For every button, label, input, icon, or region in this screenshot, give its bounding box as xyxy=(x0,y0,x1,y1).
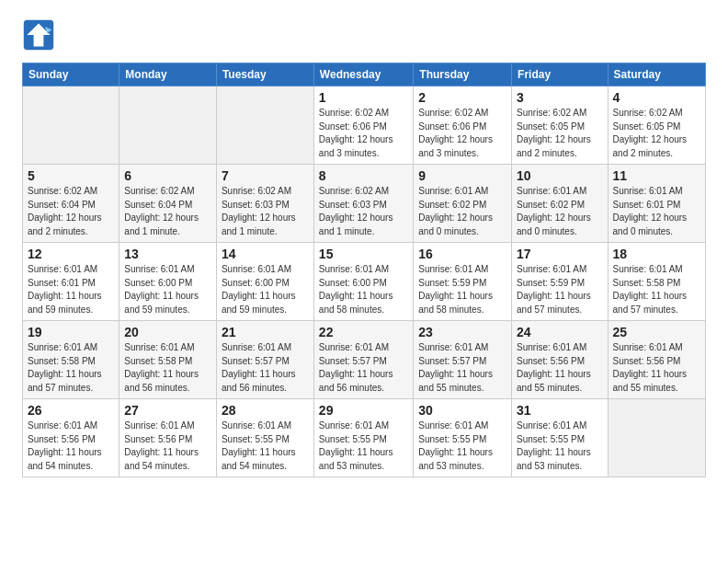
day-number: 21 xyxy=(222,325,309,339)
day-number: 7 xyxy=(222,168,309,183)
calendar-cell: 1Sunrise: 6:02 AM Sunset: 6:06 PM Daylig… xyxy=(313,86,413,165)
calendar-cell: 10Sunrise: 6:01 AM Sunset: 6:02 PM Dayli… xyxy=(512,165,608,243)
calendar-cell: 18Sunrise: 6:01 AM Sunset: 5:58 PM Dayli… xyxy=(608,243,705,321)
day-info: Sunrise: 6:01 AM Sunset: 5:59 PM Dayligh… xyxy=(517,263,602,316)
day-number: 14 xyxy=(222,247,309,261)
calendar: SundayMondayTuesdayWednesdayThursdayFrid… xyxy=(22,63,706,477)
calendar-cell: 8Sunrise: 6:02 AM Sunset: 6:03 PM Daylig… xyxy=(313,165,413,243)
day-number: 13 xyxy=(124,247,211,261)
calendar-week-4: 19Sunrise: 6:01 AM Sunset: 5:58 PM Dayli… xyxy=(23,321,706,399)
day-info: Sunrise: 6:01 AM Sunset: 6:02 PM Dayligh… xyxy=(418,185,506,238)
day-info: Sunrise: 6:02 AM Sunset: 6:06 PM Dayligh… xyxy=(319,107,408,160)
day-number: 4 xyxy=(613,90,700,105)
day-number: 25 xyxy=(613,325,700,339)
calendar-cell: 11Sunrise: 6:01 AM Sunset: 6:01 PM Dayli… xyxy=(608,165,705,243)
day-number: 6 xyxy=(124,168,211,183)
calendar-cell xyxy=(216,86,313,165)
day-info: Sunrise: 6:01 AM Sunset: 6:00 PM Dayligh… xyxy=(124,263,211,316)
calendar-cell: 28Sunrise: 6:01 AM Sunset: 5:55 PM Dayli… xyxy=(216,399,313,477)
day-header-sunday: Sunday xyxy=(23,63,119,86)
page: SundayMondayTuesdayWednesdayThursdayFrid… xyxy=(0,0,728,496)
day-info: Sunrise: 6:02 AM Sunset: 6:04 PM Dayligh… xyxy=(28,185,114,238)
calendar-cell: 9Sunrise: 6:01 AM Sunset: 6:02 PM Daylig… xyxy=(414,165,512,243)
day-header-thursday: Thursday xyxy=(414,63,512,86)
day-info: Sunrise: 6:01 AM Sunset: 5:55 PM Dayligh… xyxy=(319,419,408,473)
day-info: Sunrise: 6:01 AM Sunset: 5:55 PM Dayligh… xyxy=(517,419,602,473)
logo xyxy=(22,18,61,52)
calendar-cell: 5Sunrise: 6:02 AM Sunset: 6:04 PM Daylig… xyxy=(23,165,119,243)
day-number: 8 xyxy=(319,168,408,183)
day-number: 18 xyxy=(613,247,700,261)
day-number: 31 xyxy=(517,403,602,418)
calendar-cell: 21Sunrise: 6:01 AM Sunset: 5:57 PM Dayli… xyxy=(216,321,313,399)
calendar-cell: 24Sunrise: 6:01 AM Sunset: 5:56 PM Dayli… xyxy=(512,321,608,399)
day-number: 5 xyxy=(28,168,114,183)
calendar-header-row: SundayMondayTuesdayWednesdayThursdayFrid… xyxy=(23,63,706,86)
calendar-cell: 6Sunrise: 6:02 AM Sunset: 6:04 PM Daylig… xyxy=(119,165,217,243)
day-number: 22 xyxy=(319,325,408,339)
day-info: Sunrise: 6:01 AM Sunset: 6:02 PM Dayligh… xyxy=(517,185,602,238)
day-number: 11 xyxy=(613,168,700,183)
calendar-cell: 2Sunrise: 6:02 AM Sunset: 6:06 PM Daylig… xyxy=(414,86,512,165)
day-number: 16 xyxy=(418,247,506,261)
calendar-cell xyxy=(23,86,119,165)
day-info: Sunrise: 6:01 AM Sunset: 6:00 PM Dayligh… xyxy=(222,263,309,316)
day-number: 20 xyxy=(124,325,211,339)
day-header-tuesday: Tuesday xyxy=(216,63,313,86)
day-info: Sunrise: 6:01 AM Sunset: 6:00 PM Dayligh… xyxy=(319,263,408,316)
calendar-cell xyxy=(119,86,217,165)
calendar-cell: 30Sunrise: 6:01 AM Sunset: 5:55 PM Dayli… xyxy=(414,399,512,477)
calendar-week-2: 5Sunrise: 6:02 AM Sunset: 6:04 PM Daylig… xyxy=(23,165,706,243)
calendar-week-3: 12Sunrise: 6:01 AM Sunset: 6:01 PM Dayli… xyxy=(23,243,706,321)
day-info: Sunrise: 6:02 AM Sunset: 6:04 PM Dayligh… xyxy=(124,185,211,238)
day-number: 17 xyxy=(517,247,602,261)
day-info: Sunrise: 6:01 AM Sunset: 5:56 PM Dayligh… xyxy=(28,419,114,473)
day-number: 12 xyxy=(28,247,114,261)
day-number: 29 xyxy=(319,403,408,418)
calendar-cell: 7Sunrise: 6:02 AM Sunset: 6:03 PM Daylig… xyxy=(216,165,313,243)
calendar-cell: 12Sunrise: 6:01 AM Sunset: 6:01 PM Dayli… xyxy=(23,243,119,321)
day-info: Sunrise: 6:01 AM Sunset: 5:57 PM Dayligh… xyxy=(222,341,309,395)
day-info: Sunrise: 6:01 AM Sunset: 6:01 PM Dayligh… xyxy=(28,263,114,316)
day-info: Sunrise: 6:01 AM Sunset: 5:58 PM Dayligh… xyxy=(613,263,700,316)
day-info: Sunrise: 6:02 AM Sunset: 6:05 PM Dayligh… xyxy=(613,107,700,160)
calendar-cell: 25Sunrise: 6:01 AM Sunset: 5:56 PM Dayli… xyxy=(608,321,705,399)
calendar-week-5: 26Sunrise: 6:01 AM Sunset: 5:56 PM Dayli… xyxy=(23,399,706,477)
day-info: Sunrise: 6:01 AM Sunset: 5:58 PM Dayligh… xyxy=(28,341,114,395)
calendar-cell: 29Sunrise: 6:01 AM Sunset: 5:55 PM Dayli… xyxy=(313,399,413,477)
calendar-cell: 14Sunrise: 6:01 AM Sunset: 6:00 PM Dayli… xyxy=(216,243,313,321)
day-number: 28 xyxy=(222,403,309,418)
day-number: 10 xyxy=(517,168,602,183)
day-number: 1 xyxy=(319,90,408,105)
calendar-cell: 17Sunrise: 6:01 AM Sunset: 5:59 PM Dayli… xyxy=(512,243,608,321)
day-info: Sunrise: 6:01 AM Sunset: 5:57 PM Dayligh… xyxy=(319,341,408,395)
day-info: Sunrise: 6:01 AM Sunset: 5:55 PM Dayligh… xyxy=(222,419,309,473)
day-header-monday: Monday xyxy=(119,63,217,86)
day-info: Sunrise: 6:02 AM Sunset: 6:03 PM Dayligh… xyxy=(222,185,309,238)
day-header-friday: Friday xyxy=(512,63,608,86)
day-info: Sunrise: 6:01 AM Sunset: 5:58 PM Dayligh… xyxy=(124,341,211,395)
day-number: 2 xyxy=(418,90,506,105)
calendar-cell: 26Sunrise: 6:01 AM Sunset: 5:56 PM Dayli… xyxy=(23,399,119,477)
day-info: Sunrise: 6:01 AM Sunset: 5:56 PM Dayligh… xyxy=(124,419,211,473)
day-info: Sunrise: 6:01 AM Sunset: 5:57 PM Dayligh… xyxy=(418,341,506,395)
logo-icon xyxy=(22,18,55,52)
day-number: 27 xyxy=(124,403,211,418)
calendar-cell: 4Sunrise: 6:02 AM Sunset: 6:05 PM Daylig… xyxy=(608,86,705,165)
day-number: 15 xyxy=(319,247,408,261)
calendar-week-1: 1Sunrise: 6:02 AM Sunset: 6:06 PM Daylig… xyxy=(23,86,706,165)
day-header-saturday: Saturday xyxy=(608,63,705,86)
day-number: 3 xyxy=(517,90,602,105)
day-info: Sunrise: 6:02 AM Sunset: 6:06 PM Dayligh… xyxy=(418,107,506,160)
day-info: Sunrise: 6:01 AM Sunset: 5:59 PM Dayligh… xyxy=(418,263,506,316)
day-number: 26 xyxy=(28,403,114,418)
day-number: 9 xyxy=(418,168,506,183)
calendar-cell: 3Sunrise: 6:02 AM Sunset: 6:05 PM Daylig… xyxy=(512,86,608,165)
calendar-cell: 27Sunrise: 6:01 AM Sunset: 5:56 PM Dayli… xyxy=(119,399,217,477)
day-number: 23 xyxy=(418,325,506,339)
day-info: Sunrise: 6:02 AM Sunset: 6:05 PM Dayligh… xyxy=(517,107,602,160)
calendar-cell: 23Sunrise: 6:01 AM Sunset: 5:57 PM Dayli… xyxy=(414,321,512,399)
calendar-cell: 19Sunrise: 6:01 AM Sunset: 5:58 PM Dayli… xyxy=(23,321,119,399)
day-number: 30 xyxy=(418,403,506,418)
calendar-cell: 15Sunrise: 6:01 AM Sunset: 6:00 PM Dayli… xyxy=(313,243,413,321)
